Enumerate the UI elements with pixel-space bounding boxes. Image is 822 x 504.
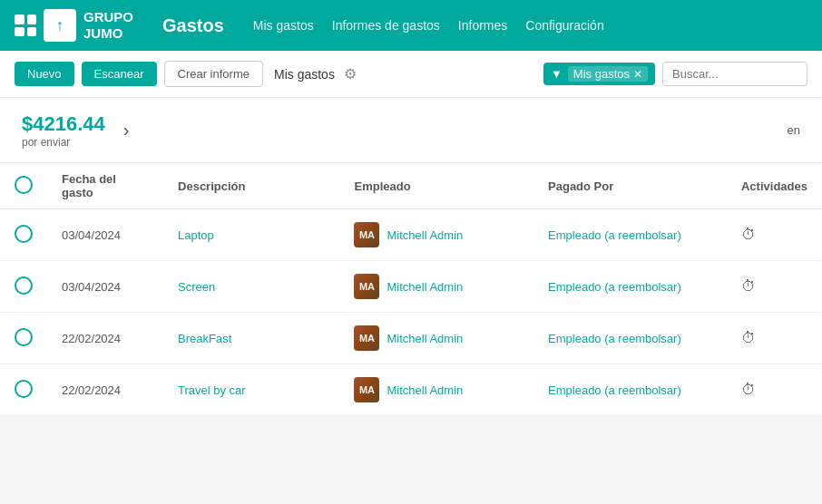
row-activity: ⏱ bbox=[727, 209, 822, 261]
expenses-table: Fecha del gasto Descripción Empleado Pag… bbox=[0, 163, 822, 416]
employee-name[interactable]: Mitchell Admin bbox=[387, 383, 463, 397]
paid-by-link[interactable]: Empleado (a reembolsar) bbox=[548, 280, 681, 294]
main-nav: Mis gastos Informes de gastos Informes C… bbox=[253, 18, 604, 33]
row-checkbox-cell bbox=[0, 209, 47, 261]
activity-timer-icon[interactable]: ⏱ bbox=[741, 382, 756, 397]
col-header-employee[interactable]: Empleado bbox=[339, 163, 533, 209]
nav-informes[interactable]: Informes bbox=[458, 18, 507, 33]
select-all-checkbox[interactable] bbox=[15, 176, 33, 194]
avatar: MA bbox=[354, 325, 379, 351]
row-checkbox[interactable] bbox=[15, 225, 33, 243]
row-description: Screen bbox=[163, 261, 339, 313]
row-paid-by: Empleado (a reembolsar) bbox=[533, 313, 727, 364]
col-header-description[interactable]: Descripción bbox=[163, 163, 339, 209]
filter-tag: Mis gastos ✕ bbox=[568, 66, 648, 82]
chevron-right-icon[interactable]: › bbox=[123, 120, 130, 141]
row-employee: MA Mitchell Admin bbox=[339, 313, 533, 364]
row-activity: ⏱ bbox=[727, 261, 822, 313]
col-header-check bbox=[0, 163, 47, 209]
view-title: Mis gastos bbox=[274, 67, 335, 82]
summary-block: $4216.44 por enviar bbox=[22, 112, 105, 149]
filter-close-icon[interactable]: ✕ bbox=[633, 68, 642, 81]
brand-logo: ↑ bbox=[44, 9, 76, 42]
row-date: 03/04/2024 bbox=[47, 261, 163, 313]
row-paid-by: Empleado (a reembolsar) bbox=[533, 261, 727, 313]
employee-cell: MA Mitchell Admin bbox=[354, 377, 519, 402]
row-date: 22/02/2024 bbox=[47, 364, 163, 416]
activity-timer-icon[interactable]: ⏱ bbox=[741, 227, 756, 242]
expenses-table-container: Fecha del gasto Descripción Empleado Pag… bbox=[0, 163, 822, 416]
page-title: Gastos bbox=[162, 15, 224, 36]
settings-icon[interactable]: ⚙ bbox=[344, 65, 357, 82]
row-checkbox-cell bbox=[0, 261, 47, 313]
col-header-activities[interactable]: Actividades bbox=[727, 163, 822, 209]
table-row: 22/02/2024 BreakFast MA Mitchell Admin E… bbox=[0, 313, 822, 364]
row-date: 03/04/2024 bbox=[47, 209, 163, 261]
row-description-link[interactable]: Screen bbox=[178, 280, 215, 294]
row-paid-by: Empleado (a reembolsar) bbox=[533, 209, 727, 261]
table-row: 03/04/2024 Laptop MA Mitchell Admin Empl… bbox=[0, 209, 822, 261]
paid-by-link[interactable]: Empleado (a reembolsar) bbox=[548, 332, 681, 345]
escanear-button[interactable]: Escanear bbox=[82, 62, 157, 86]
avatar: MA bbox=[354, 377, 379, 402]
employee-name[interactable]: Mitchell Admin bbox=[387, 228, 463, 242]
nav-configuracion[interactable]: Configuración bbox=[525, 18, 603, 33]
toolbar: Nuevo Escanear Crear informe Mis gastos … bbox=[0, 51, 822, 98]
crear-informe-button[interactable]: Crear informe bbox=[164, 61, 263, 87]
summary-amount: $4216.44 bbox=[22, 112, 105, 136]
row-employee: MA Mitchell Admin bbox=[339, 261, 533, 313]
paid-by-link[interactable]: Empleado (a reembolsar) bbox=[548, 383, 681, 397]
paid-by-link[interactable]: Empleado (a reembolsar) bbox=[548, 228, 681, 242]
row-paid-by: Empleado (a reembolsar) bbox=[533, 364, 727, 416]
row-checkbox[interactable] bbox=[15, 328, 33, 346]
col-header-paid-by[interactable]: Pagado Por bbox=[533, 163, 727, 209]
row-activity: ⏱ bbox=[727, 313, 822, 364]
grid-icon bbox=[15, 15, 36, 36]
row-employee: MA Mitchell Admin bbox=[339, 364, 533, 416]
row-date: 22/02/2024 bbox=[47, 313, 163, 364]
search-input[interactable] bbox=[662, 62, 807, 86]
row-checkbox[interactable] bbox=[15, 276, 33, 295]
logo-area: ↑ GRUPOJUMO bbox=[15, 9, 133, 42]
activity-timer-icon[interactable]: ⏱ bbox=[741, 278, 756, 294]
row-activity: ⏱ bbox=[727, 364, 822, 416]
employee-cell: MA Mitchell Admin bbox=[354, 222, 519, 247]
row-checkbox-cell bbox=[0, 313, 47, 364]
nav-informes-gastos[interactable]: Informes de gastos bbox=[332, 18, 440, 33]
avatar: MA bbox=[354, 222, 379, 247]
activity-timer-icon[interactable]: ⏱ bbox=[741, 330, 756, 345]
row-description-link[interactable]: Laptop bbox=[178, 228, 214, 242]
row-description-link[interactable]: BreakFast bbox=[178, 332, 231, 345]
row-description: BreakFast bbox=[163, 313, 339, 364]
app-header: ↑ GRUPOJUMO Gastos Mis gastos Informes d… bbox=[0, 0, 822, 51]
col-header-date[interactable]: Fecha del gasto bbox=[47, 163, 163, 209]
table-row: 03/04/2024 Screen MA Mitchell Admin Empl… bbox=[0, 261, 822, 313]
employee-name[interactable]: Mitchell Admin bbox=[387, 280, 463, 294]
brand-name: GRUPOJUMO bbox=[83, 9, 133, 42]
row-checkbox[interactable] bbox=[15, 380, 33, 398]
filter-funnel-icon: ▼ bbox=[551, 67, 563, 81]
nav-mis-gastos[interactable]: Mis gastos bbox=[253, 18, 314, 33]
row-description: Laptop bbox=[163, 209, 339, 261]
avatar: MA bbox=[354, 274, 379, 299]
table-header-row: Fecha del gasto Descripción Empleado Pag… bbox=[0, 163, 822, 209]
row-description-link[interactable]: Travel by car bbox=[178, 383, 246, 397]
row-description: Travel by car bbox=[163, 364, 339, 416]
nuevo-button[interactable]: Nuevo bbox=[15, 62, 74, 86]
row-employee: MA Mitchell Admin bbox=[339, 209, 533, 261]
employee-name[interactable]: Mitchell Admin bbox=[387, 332, 463, 345]
employee-cell: MA Mitchell Admin bbox=[354, 274, 519, 299]
filter-label: Mis gastos bbox=[573, 67, 630, 81]
summary-label: por enviar bbox=[22, 136, 105, 149]
employee-cell: MA Mitchell Admin bbox=[354, 325, 519, 351]
summary-end: en bbox=[788, 123, 800, 137]
table-row: 22/02/2024 Travel by car MA Mitchell Adm… bbox=[0, 364, 822, 416]
summary-bar: $4216.44 por enviar › en bbox=[0, 98, 822, 163]
row-checkbox-cell bbox=[0, 364, 47, 416]
filter-badge: ▼ Mis gastos ✕ bbox=[543, 63, 655, 85]
